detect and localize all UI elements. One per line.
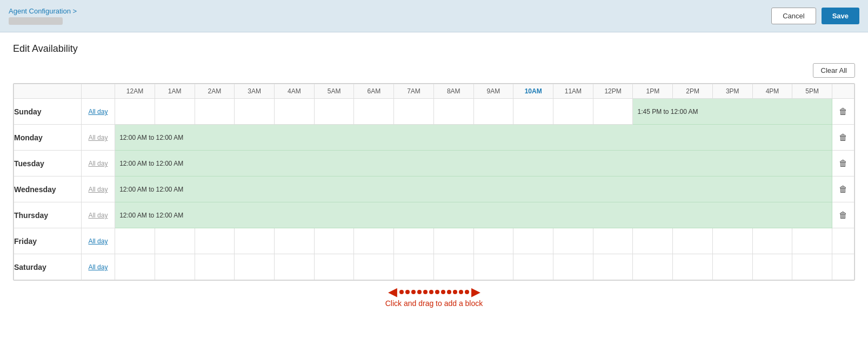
time-cell-friday-9[interactable] <box>473 228 513 254</box>
time-cell-saturday-15[interactable] <box>712 254 752 280</box>
th-time-3AM: 3AM <box>235 84 275 99</box>
time-cell-saturday-4[interactable] <box>275 254 315 280</box>
day-label-thursday: Thursday <box>14 202 82 228</box>
time-cell-friday-16[interactable] <box>752 228 792 254</box>
th-time-4AM: 4AM <box>275 84 315 99</box>
time-cell-empty-sunday-10[interactable] <box>513 99 553 125</box>
time-cell-friday-0[interactable] <box>115 228 155 254</box>
time-header-row: 12AM1AM2AM3AM4AM5AM6AM7AM8AM9AM10AM11AM1… <box>14 84 854 99</box>
time-cell-empty-sunday-8[interactable] <box>433 99 473 125</box>
time-cell-saturday-11[interactable] <box>553 254 593 280</box>
delete-button-sunday[interactable]: 🗑 <box>839 107 847 117</box>
time-cell-friday-11[interactable] <box>553 228 593 254</box>
allday-link-saturday[interactable]: All day <box>88 263 108 271</box>
time-cell-saturday-3[interactable] <box>235 254 275 280</box>
time-cell-friday-13[interactable] <box>633 228 673 254</box>
day-row-thursday: ThursdayAll day12:00 AM to 12:00 AM🗑 <box>14 202 854 228</box>
time-cell-saturday-2[interactable] <box>195 254 235 280</box>
time-cell-friday-12[interactable] <box>593 228 633 254</box>
day-row-tuesday: TuesdayAll day12:00 AM to 12:00 AM🗑 <box>14 151 854 176</box>
time-cell-friday-7[interactable] <box>394 228 434 254</box>
time-cell-friday-2[interactable] <box>195 228 235 254</box>
th-delete <box>832 84 854 99</box>
time-cell-friday-10[interactable] <box>513 228 553 254</box>
time-cell-empty-sunday-9[interactable] <box>473 99 513 125</box>
time-cell-friday-6[interactable] <box>354 228 394 254</box>
time-cell-saturday-10[interactable] <box>513 254 553 280</box>
time-cell-saturday-8[interactable] <box>433 254 473 280</box>
avail-block-wednesday[interactable]: 12:00 AM to 12:00 AM <box>115 176 832 202</box>
avail-block-thursday[interactable]: 12:00 AM to 12:00 AM <box>115 202 832 228</box>
allday-cell-monday[interactable]: All day <box>81 125 115 151</box>
time-cell-saturday-0[interactable] <box>115 254 155 280</box>
time-cell-friday-8[interactable] <box>433 228 473 254</box>
th-time-4PM: 4PM <box>752 84 792 99</box>
delete-button-tuesday[interactable]: 🗑 <box>839 159 847 168</box>
avail-block-monday[interactable]: 12:00 AM to 12:00 AM <box>115 125 832 151</box>
delete-button-monday[interactable]: 🗑 <box>839 133 847 142</box>
time-cell-saturday-17[interactable] <box>792 254 832 280</box>
th-empty-day <box>14 84 82 99</box>
avail-block-sunday[interactable]: 1:45 PM to 12:00 AM <box>633 99 832 125</box>
allday-cell-sunday[interactable]: All day <box>81 99 115 125</box>
th-time-2PM: 2PM <box>673 84 713 99</box>
header-subtitle <box>9 17 63 25</box>
time-cell-saturday-5[interactable] <box>314 254 354 280</box>
delete-button-cell-tuesday: 🗑 <box>832 151 854 176</box>
time-cell-empty-sunday-11[interactable] <box>553 99 593 125</box>
drag-hint: ◀ ▶ Click and drag to add a block <box>13 281 855 312</box>
allday-link-disabled-monday[interactable]: All day <box>88 134 108 141</box>
allday-link-friday[interactable]: All day <box>88 237 108 245</box>
allday-cell-wednesday[interactable]: All day <box>81 176 115 202</box>
allday-link-disabled-wednesday[interactable]: All day <box>88 186 108 193</box>
time-cell-friday-14[interactable] <box>673 228 713 254</box>
delete-button-cell-monday: 🗑 <box>832 125 854 151</box>
allday-link-disabled-tuesday[interactable]: All day <box>88 160 108 167</box>
time-cell-saturday-12[interactable] <box>593 254 633 280</box>
time-cell-saturday-9[interactable] <box>473 254 513 280</box>
time-cell-saturday-13[interactable] <box>633 254 673 280</box>
breadcrumb[interactable]: Agent Configuration > <box>9 7 77 15</box>
th-time-10AM: 10AM <box>513 84 553 99</box>
time-cell-empty-sunday-5[interactable] <box>314 99 354 125</box>
clear-all-button[interactable]: Clear All <box>813 63 855 78</box>
time-cell-friday-4[interactable] <box>275 228 315 254</box>
dots <box>399 290 469 294</box>
header-right: Cancel Save <box>771 8 859 24</box>
time-cell-friday-1[interactable] <box>155 228 195 254</box>
avail-block-tuesday[interactable]: 12:00 AM to 12:00 AM <box>115 151 832 176</box>
time-cell-saturday-16[interactable] <box>752 254 792 280</box>
time-cell-empty-sunday-3[interactable] <box>235 99 275 125</box>
time-cell-friday-15[interactable] <box>712 228 752 254</box>
calendar-table: 12AM1AM2AM3AM4AM5AM6AM7AM8AM9AM10AM11AM1… <box>14 84 854 280</box>
allday-cell-thursday[interactable]: All day <box>81 202 115 228</box>
allday-cell-saturday[interactable]: All day <box>81 254 115 280</box>
time-cell-empty-sunday-6[interactable] <box>354 99 394 125</box>
cancel-button[interactable]: Cancel <box>771 8 816 24</box>
th-time-1AM: 1AM <box>155 84 195 99</box>
time-cell-empty-sunday-0[interactable] <box>115 99 155 125</box>
delete-button-wednesday[interactable]: 🗑 <box>839 185 847 194</box>
allday-cell-friday[interactable]: All day <box>81 228 115 254</box>
time-cell-empty-sunday-2[interactable] <box>195 99 235 125</box>
drag-hint-text: Click and drag to add a block <box>13 299 855 308</box>
time-cell-friday-17[interactable] <box>792 228 832 254</box>
time-cell-saturday-14[interactable] <box>673 254 713 280</box>
time-cell-friday-5[interactable] <box>314 228 354 254</box>
time-cell-saturday-6[interactable] <box>354 254 394 280</box>
th-time-3PM: 3PM <box>712 84 752 99</box>
save-button[interactable]: Save <box>822 8 859 24</box>
time-cell-empty-sunday-12[interactable] <box>593 99 633 125</box>
time-cell-saturday-7[interactable] <box>394 254 434 280</box>
time-cell-empty-sunday-7[interactable] <box>394 99 434 125</box>
day-row-friday: FridayAll day <box>14 228 854 254</box>
delete-button-thursday[interactable]: 🗑 <box>839 210 847 220</box>
delete-button-cell-thursday: 🗑 <box>832 202 854 228</box>
allday-link-disabled-thursday[interactable]: All day <box>88 212 108 219</box>
time-cell-empty-sunday-4[interactable] <box>275 99 315 125</box>
time-cell-saturday-1[interactable] <box>155 254 195 280</box>
allday-cell-tuesday[interactable]: All day <box>81 151 115 176</box>
allday-link-sunday[interactable]: All day <box>88 108 108 116</box>
time-cell-friday-3[interactable] <box>235 228 275 254</box>
time-cell-empty-sunday-1[interactable] <box>155 99 195 125</box>
